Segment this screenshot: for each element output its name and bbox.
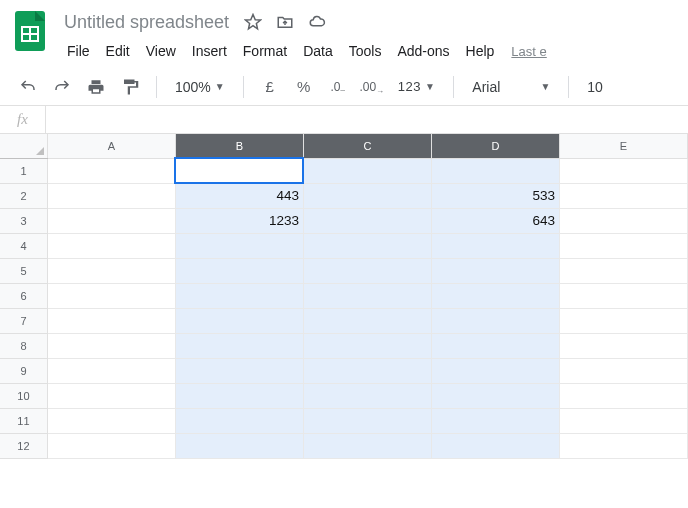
col-header-E[interactable]: E bbox=[559, 134, 687, 158]
menu-edit[interactable]: Edit bbox=[99, 41, 137, 61]
cell-A5[interactable] bbox=[47, 258, 175, 283]
menu-format[interactable]: Format bbox=[236, 41, 294, 61]
cell-C2[interactable] bbox=[303, 183, 431, 208]
print-button[interactable] bbox=[82, 73, 110, 101]
cell-D9[interactable] bbox=[431, 358, 559, 383]
select-all-corner[interactable] bbox=[0, 134, 47, 158]
number-format-select[interactable]: 123 ▼ bbox=[392, 73, 442, 101]
cell-B12[interactable] bbox=[175, 433, 303, 458]
cell-D2[interactable]: 533 bbox=[431, 183, 559, 208]
star-icon[interactable] bbox=[241, 10, 265, 34]
cell-D11[interactable] bbox=[431, 408, 559, 433]
cell-B10[interactable] bbox=[175, 383, 303, 408]
last-edit-link[interactable]: Last e bbox=[511, 44, 546, 59]
font-select[interactable]: Arial ▼ bbox=[466, 73, 556, 101]
menu-file[interactable]: File bbox=[60, 41, 97, 61]
cell-E7[interactable] bbox=[559, 308, 687, 333]
increase-decimal-button[interactable]: .00→ bbox=[358, 73, 386, 101]
cell-E8[interactable] bbox=[559, 333, 687, 358]
col-header-C[interactable]: C bbox=[303, 134, 431, 158]
cell-B4[interactable] bbox=[175, 233, 303, 258]
cell-D8[interactable] bbox=[431, 333, 559, 358]
row-header-8[interactable]: 8 bbox=[0, 333, 47, 358]
undo-button[interactable] bbox=[14, 73, 42, 101]
row-header-2[interactable]: 2 bbox=[0, 183, 47, 208]
menu-insert[interactable]: Insert bbox=[185, 41, 234, 61]
cell-D1[interactable] bbox=[431, 158, 559, 183]
cell-A2[interactable] bbox=[47, 183, 175, 208]
cell-E12[interactable] bbox=[559, 433, 687, 458]
menu-addons[interactable]: Add-ons bbox=[390, 41, 456, 61]
cell-B5[interactable] bbox=[175, 258, 303, 283]
cell-A12[interactable] bbox=[47, 433, 175, 458]
row-header-10[interactable]: 10 bbox=[0, 383, 47, 408]
cell-D10[interactable] bbox=[431, 383, 559, 408]
row-header-9[interactable]: 9 bbox=[0, 358, 47, 383]
cell-A6[interactable] bbox=[47, 283, 175, 308]
cell-C7[interactable] bbox=[303, 308, 431, 333]
row-header-11[interactable]: 11 bbox=[0, 408, 47, 433]
cell-D3[interactable]: 643 bbox=[431, 208, 559, 233]
paint-format-button[interactable] bbox=[116, 73, 144, 101]
cell-A11[interactable] bbox=[47, 408, 175, 433]
col-header-D[interactable]: D bbox=[431, 134, 559, 158]
menu-tools[interactable]: Tools bbox=[342, 41, 389, 61]
menu-help[interactable]: Help bbox=[459, 41, 502, 61]
cell-C10[interactable] bbox=[303, 383, 431, 408]
cell-A9[interactable] bbox=[47, 358, 175, 383]
cell-B3[interactable]: 1233 bbox=[175, 208, 303, 233]
cell-A7[interactable] bbox=[47, 308, 175, 333]
cell-B11[interactable] bbox=[175, 408, 303, 433]
col-header-B[interactable]: B bbox=[175, 134, 303, 158]
decrease-decimal-button[interactable]: .0_ bbox=[324, 73, 352, 101]
cell-A8[interactable] bbox=[47, 333, 175, 358]
row-header-7[interactable]: 7 bbox=[0, 308, 47, 333]
move-folder-icon[interactable] bbox=[273, 10, 297, 34]
cell-C12[interactable] bbox=[303, 433, 431, 458]
cell-E2[interactable] bbox=[559, 183, 687, 208]
cell-E9[interactable] bbox=[559, 358, 687, 383]
cell-E4[interactable] bbox=[559, 233, 687, 258]
cell-C11[interactable] bbox=[303, 408, 431, 433]
cell-E5[interactable] bbox=[559, 258, 687, 283]
cell-B6[interactable] bbox=[175, 283, 303, 308]
row-header-4[interactable]: 4 bbox=[0, 233, 47, 258]
cell-D4[interactable] bbox=[431, 233, 559, 258]
row-header-6[interactable]: 6 bbox=[0, 283, 47, 308]
cell-B1[interactable] bbox=[175, 158, 303, 183]
sheets-logo[interactable] bbox=[12, 8, 48, 54]
row-header-12[interactable]: 12 bbox=[0, 433, 47, 458]
menu-data[interactable]: Data bbox=[296, 41, 340, 61]
currency-button[interactable]: £ bbox=[256, 73, 284, 101]
cell-E3[interactable] bbox=[559, 208, 687, 233]
cell-E10[interactable] bbox=[559, 383, 687, 408]
zoom-select[interactable]: 100% ▼ bbox=[169, 73, 231, 101]
cell-C9[interactable] bbox=[303, 358, 431, 383]
row-header-5[interactable]: 5 bbox=[0, 258, 47, 283]
doc-title[interactable]: Untitled spreadsheet bbox=[60, 10, 233, 35]
cell-A10[interactable] bbox=[47, 383, 175, 408]
cell-A4[interactable] bbox=[47, 233, 175, 258]
row-header-3[interactable]: 3 bbox=[0, 208, 47, 233]
cell-D6[interactable] bbox=[431, 283, 559, 308]
font-size-select[interactable]: 10 bbox=[581, 73, 609, 101]
cell-E6[interactable] bbox=[559, 283, 687, 308]
cell-E11[interactable] bbox=[559, 408, 687, 433]
cell-C1[interactable] bbox=[303, 158, 431, 183]
row-header-1[interactable]: 1 bbox=[0, 158, 47, 183]
cell-C4[interactable] bbox=[303, 233, 431, 258]
cell-D7[interactable] bbox=[431, 308, 559, 333]
redo-button[interactable] bbox=[48, 73, 76, 101]
cell-B9[interactable] bbox=[175, 358, 303, 383]
cell-B7[interactable] bbox=[175, 308, 303, 333]
cell-C6[interactable] bbox=[303, 283, 431, 308]
formula-input[interactable] bbox=[46, 106, 688, 133]
cell-D5[interactable] bbox=[431, 258, 559, 283]
cell-A3[interactable] bbox=[47, 208, 175, 233]
cell-C5[interactable] bbox=[303, 258, 431, 283]
percent-button[interactable]: % bbox=[290, 73, 318, 101]
col-header-A[interactable]: A bbox=[47, 134, 175, 158]
cloud-status-icon[interactable] bbox=[305, 10, 329, 34]
cell-D12[interactable] bbox=[431, 433, 559, 458]
cell-C3[interactable] bbox=[303, 208, 431, 233]
